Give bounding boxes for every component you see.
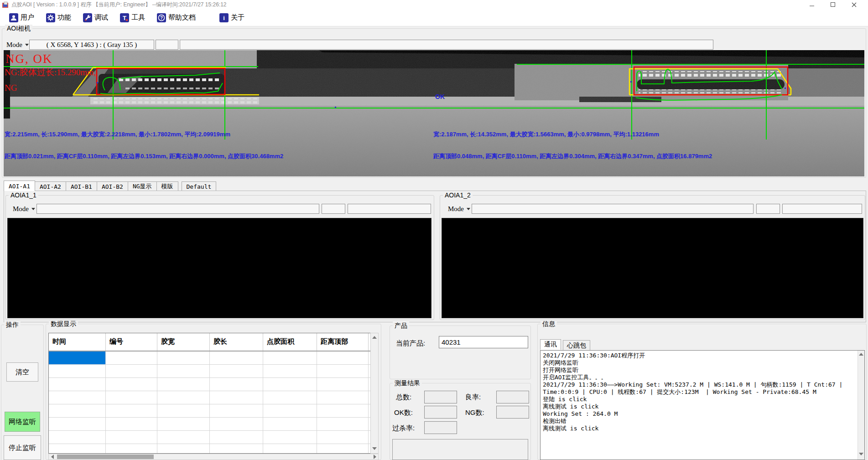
- tab-aoi-a2[interactable]: AOI-A2: [35, 181, 66, 191]
- table-cell[interactable]: [106, 404, 157, 417]
- table-cell[interactable]: [317, 431, 369, 444]
- table-cell[interactable]: [263, 365, 317, 377]
- table-horizontal-scrollbar[interactable]: [48, 454, 379, 460]
- table-cell[interactable]: [49, 391, 106, 404]
- table-cell[interactable]: [106, 431, 157, 444]
- table-header-cell[interactable]: 胶长: [210, 333, 263, 351]
- table-cell[interactable]: [106, 444, 157, 454]
- minimize-button[interactable]: [801, 0, 822, 9]
- table-cell[interactable]: [210, 444, 263, 454]
- table-row[interactable]: [49, 391, 379, 404]
- menu-item-function[interactable]: 功能: [43, 12, 74, 23]
- table-cell[interactable]: [157, 351, 210, 364]
- table-cell[interactable]: [157, 418, 210, 430]
- tab-aoi-a1[interactable]: AOI-A1: [4, 181, 35, 191]
- tab-default[interactable]: Default: [182, 181, 217, 191]
- table-row[interactable]: [49, 351, 379, 365]
- table-cell[interactable]: [317, 444, 369, 454]
- tab-heartbeat[interactable]: 心跳包: [563, 340, 590, 351]
- table-cell[interactable]: [263, 378, 317, 391]
- menu-item-user[interactable]: 用户: [6, 12, 37, 23]
- table-cell[interactable]: [49, 351, 106, 364]
- table-row[interactable]: [49, 404, 379, 418]
- horizontal-scroll-thumb[interactable]: [57, 455, 154, 459]
- table-cell[interactable]: [210, 404, 263, 417]
- table-cell[interactable]: [157, 431, 210, 444]
- table-cell[interactable]: [106, 378, 157, 391]
- table-cell[interactable]: [317, 378, 369, 391]
- close-button[interactable]: [843, 0, 864, 9]
- table-row[interactable]: [49, 444, 379, 454]
- current-product-input[interactable]: [439, 336, 528, 348]
- table-cell[interactable]: [49, 365, 106, 377]
- camera-mode-dropdown[interactable]: Mode: [4, 40, 28, 50]
- scroll-up-icon[interactable]: [372, 336, 377, 339]
- scroll-left-icon[interactable]: [51, 455, 54, 459]
- table-cell[interactable]: [317, 418, 369, 430]
- table-header-cell[interactable]: 编号: [106, 333, 157, 351]
- table-cell[interactable]: [263, 391, 317, 404]
- table-cell[interactable]: [210, 418, 263, 430]
- table-cell[interactable]: [317, 351, 369, 364]
- table-cell[interactable]: [49, 404, 106, 417]
- table-cell[interactable]: [106, 418, 157, 430]
- table-cell[interactable]: [49, 431, 106, 444]
- table-row[interactable]: [49, 418, 379, 431]
- table-cell[interactable]: [157, 404, 210, 417]
- tab-ng-display[interactable]: NG显示: [128, 181, 157, 191]
- table-cell[interactable]: [106, 351, 157, 364]
- clear-button[interactable]: 清空: [6, 362, 38, 382]
- communication-log[interactable]: 2021/7/29 11:36:30:AOI程序打开 关闭网络监听 打开网络监听…: [540, 350, 865, 460]
- tab-communication[interactable]: 通讯: [540, 339, 561, 350]
- table-cell[interactable]: [210, 378, 263, 391]
- log-scrollbar[interactable]: [858, 351, 864, 460]
- camera-image-view[interactable]: NG, OK NG:胶体过长:15.290mm, NG OK 宽:2.215mm…: [4, 50, 864, 176]
- table-cell[interactable]: [263, 404, 317, 417]
- table-cell[interactable]: [49, 444, 106, 454]
- table-cell[interactable]: [49, 418, 106, 430]
- table-cell[interactable]: [157, 365, 210, 377]
- scroll-down-icon[interactable]: [372, 447, 377, 450]
- table-cell[interactable]: [157, 378, 210, 391]
- network-listen-button[interactable]: 网络监听: [5, 412, 40, 432]
- scroll-down-icon[interactable]: [859, 453, 863, 455]
- table-header-cell[interactable]: 胶宽: [157, 333, 210, 351]
- table-cell[interactable]: [317, 404, 369, 417]
- table-cell[interactable]: [263, 444, 317, 454]
- stop-listen-button[interactable]: 停止监听: [4, 435, 41, 460]
- table-header-cell[interactable]: 点胶面积: [263, 333, 317, 351]
- table-cell[interactable]: [210, 431, 263, 444]
- scroll-right-icon[interactable]: [374, 455, 376, 459]
- table-cell[interactable]: [210, 391, 263, 404]
- table-cell[interactable]: [106, 365, 157, 377]
- tab-template[interactable]: 模版: [156, 181, 178, 191]
- data-display-label: 数据显示: [49, 320, 78, 328]
- table-cell[interactable]: [263, 431, 317, 444]
- aoia1-2-mode-dropdown[interactable]: Mode: [445, 204, 470, 214]
- menu-item-tools[interactable]: T 工具: [117, 12, 148, 23]
- table-cell[interactable]: [263, 351, 317, 364]
- menu-item-debug[interactable]: 调试: [80, 12, 111, 23]
- scroll-up-icon[interactable]: [859, 353, 863, 356]
- table-row[interactable]: [49, 431, 379, 444]
- maximize-button[interactable]: [822, 0, 843, 9]
- table-cell[interactable]: [317, 365, 369, 377]
- table-cell[interactable]: [157, 444, 210, 454]
- table-cell[interactable]: [49, 378, 106, 391]
- table-header-cell[interactable]: 距离顶部: [317, 333, 369, 351]
- table-row[interactable]: [49, 378, 379, 391]
- menu-item-about[interactable]: i 关于: [217, 12, 247, 23]
- table-cell[interactable]: [317, 391, 369, 404]
- table-row[interactable]: [49, 365, 379, 378]
- table-cell[interactable]: [210, 351, 263, 364]
- table-cell[interactable]: [157, 391, 210, 404]
- table-cell[interactable]: [210, 365, 263, 377]
- aoia1-1-mode-dropdown[interactable]: Mode: [10, 204, 35, 214]
- menu-item-help[interactable]: ? 帮助文档: [154, 12, 198, 23]
- table-cell[interactable]: [263, 418, 317, 430]
- table-vertical-scrollbar[interactable]: [370, 333, 379, 454]
- table-header-cell[interactable]: 时间: [49, 333, 106, 351]
- table-cell[interactable]: [106, 391, 157, 404]
- tab-aoi-b1[interactable]: AOI-B1: [66, 181, 97, 191]
- tab-aoi-b2[interactable]: AOI-B2: [97, 181, 128, 191]
